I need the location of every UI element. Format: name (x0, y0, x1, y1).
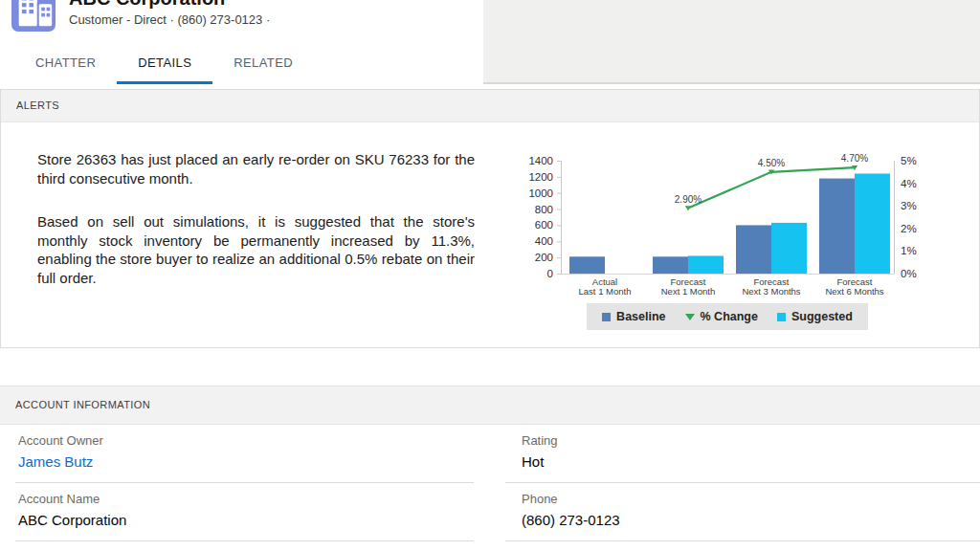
tab-chatter[interactable]: CHATTER (14, 42, 117, 84)
bar-suggested (771, 223, 807, 274)
header-background-band (483, 0, 980, 84)
right-axis-tick-label: 0% (901, 268, 917, 279)
bar-baseline (736, 225, 771, 274)
left-axis-tick-label: 1400 (528, 155, 553, 166)
right-axis-tick-label: 1% (901, 245, 917, 256)
bar-baseline (569, 256, 605, 274)
page-title: ABC Corporation (69, 0, 225, 10)
alerts-section-header: ALERTS (1, 90, 979, 122)
left-axis-tick-label: 200 (535, 252, 553, 263)
alert-paragraph-1: Store 26363 has just placed an early re-… (37, 150, 475, 187)
pct-change-data-label: 4.50% (758, 158, 785, 168)
tab-related[interactable]: RELATED (212, 42, 314, 84)
x-axis-category-label: ForecastNext 6 Months (825, 276, 883, 297)
account-information-section-header: ACCOUNT INFORMATION (0, 386, 980, 425)
right-axis-tick-label: 5% (901, 155, 917, 166)
legend-item-pct-change: % Change (685, 310, 758, 323)
rating-value: Hot (522, 453, 980, 470)
field-rating: Rating Hot (505, 425, 980, 483)
bar-suggested (688, 255, 724, 274)
field-label-account-owner: Account Owner (18, 433, 474, 448)
left-axis-tick-label: 400 (535, 235, 553, 247)
alerts-body: Store 26363 has just placed an early re-… (1, 122, 979, 346)
legend-swatch-suggested-icon (777, 313, 786, 321)
alert-paragraph-2: Based on sell out simulations, it is sug… (37, 212, 475, 287)
x-axis-category-label: ForecastNext 1 Month (661, 276, 716, 297)
forecast-chart: 02004006008001000120014000%1%2%3%4%5%2.9… (523, 148, 924, 299)
bar-suggested (855, 173, 890, 274)
left-axis-tick-label: 1000 (528, 187, 553, 199)
legend-label-pct-change: % Change (701, 310, 758, 323)
right-axis-tick-label: 4% (901, 178, 917, 189)
alerts-card: ALERTS Store 26363 has just placed an ea… (0, 89, 980, 348)
right-axis-tick-label: 3% (901, 200, 917, 211)
field-account-name: Account Name ABC Corporation (15, 483, 474, 541)
account-owner-link[interactable]: James Butz (18, 453, 474, 470)
legend-item-suggested: Suggested (777, 310, 853, 323)
tab-details[interactable]: DETAILS (117, 42, 212, 84)
legend-triangle-icon (685, 314, 695, 320)
account-name-value: ABC Corporation (18, 512, 474, 528)
left-axis-tick-label: 800 (535, 204, 553, 215)
alert-message: Store 26363 has just placed an early re-… (37, 150, 475, 287)
left-axis-tick-label: 600 (535, 219, 553, 231)
tab-bar: CHATTER DETAILS RELATED (14, 42, 314, 84)
chart-legend: Baseline % Change Suggested (587, 303, 868, 330)
x-axis-category-label: ActualLast 1 Month (579, 276, 632, 297)
field-label-rating: Rating (522, 433, 980, 448)
field-label-phone: Phone (522, 492, 980, 506)
account-fields-grid: Account Owner James Butz Rating Hot Acco… (0, 425, 980, 541)
field-label-account-name: Account Name (18, 492, 474, 506)
forecast-chart-container: 02004006008001000120014000%1%2%3%4%5%2.9… (523, 148, 924, 330)
legend-label-suggested: Suggested (791, 310, 853, 323)
bar-baseline (653, 256, 688, 274)
account-subtitle: Customer - Direct · (860) 273-0123 · (69, 12, 270, 27)
pct-change-marker (685, 206, 691, 210)
bar-baseline (819, 179, 855, 274)
pct-change-data-label: 4.70% (841, 153, 868, 164)
pct-change-data-label: 2.90% (675, 194, 702, 205)
legend-item-baseline: Baseline (602, 310, 665, 323)
legend-label-baseline: Baseline (616, 310, 665, 323)
right-axis-tick-label: 2% (901, 223, 917, 234)
field-phone: Phone (860) 273-0123 (505, 483, 980, 541)
building-icon (11, 0, 56, 32)
account-entity-icon (11, 0, 56, 32)
phone-value: (860) 273-0123 (522, 512, 980, 528)
legend-swatch-baseline-icon (602, 313, 611, 321)
left-axis-tick-label: 1200 (528, 171, 553, 183)
x-axis-category-label: ForecastNext 3 Months (742, 276, 800, 297)
left-axis-tick-label: 0 (547, 268, 553, 279)
field-account-owner: Account Owner James Butz (15, 425, 474, 483)
